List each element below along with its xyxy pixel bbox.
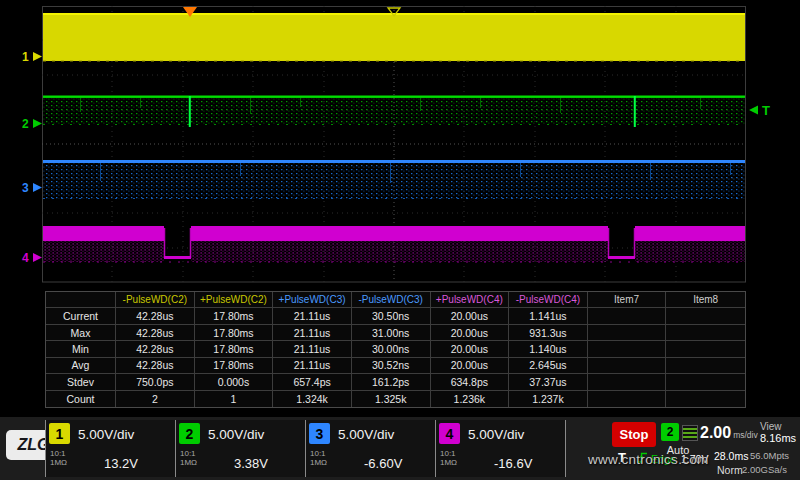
measure-col-header[interactable]: Item8 [666,292,745,308]
channel2-settings[interactable]: 2 5.00V/div 10:1 1MΩ 3.38V [175,420,305,477]
sample-rate: 2.00GSa/s [742,464,787,475]
measure-corner-cell [46,292,116,308]
measure-value-cell: 30.50ns [352,308,431,324]
channel2-badge[interactable]: 2 [179,423,200,444]
timebase-control[interactable]: 2.00ms/div [700,424,758,442]
measure-value-cell: 1.140us [509,341,588,357]
measure-value-cell: 2.645us [509,358,588,374]
measure-value-cell: 42.28us [116,325,195,341]
acquire-mode: Norm [717,464,743,476]
measure-value-cell: 42.28us [116,308,195,324]
holdoff-value: 28.0ms [714,450,748,462]
status-bar: ZLG® 1 5.00V/div 10:1 1MΩ 13.2V 2 5.00V/… [0,417,800,480]
channel4-scale: 5.00V/div [468,427,524,442]
ch4-position-marker[interactable]: 4 [22,251,42,265]
measure-value-cell [588,391,667,407]
separator [565,420,566,477]
measure-value-cell: 42.28us [116,358,195,374]
measure-row-label: Avg [46,358,116,374]
channel3-offset: -6.60V [364,456,402,471]
channel4-offset: -16.6V [494,456,532,471]
measure-value-cell: 634.8ps [431,374,510,390]
oscilloscope-screen: 1 2 3 4 T -PulseWD(C2) +PulseWD(C2) +Pul… [0,0,800,480]
measure-value-cell [666,308,745,324]
measure-col-header[interactable]: +PulseWD(C2) [195,292,274,308]
measure-value-cell: 17.80ms [195,341,274,357]
measure-value-cell: 20.00us [431,308,510,324]
measure-value-cell: 42.28us [116,341,195,357]
measure-row-label: Min [46,341,116,357]
measure-value-cell: 17.80ms [195,308,274,324]
measure-value-cell: 657.4ps [273,374,352,390]
measurement-table: -PulseWD(C2) +PulseWD(C2) +PulseWD(C3) -… [45,291,746,408]
measure-value-cell [666,325,745,341]
timebase-unit: ms/div [733,430,758,440]
channel1-offset: 13.2V [104,456,138,471]
ch1-position-marker[interactable]: 1 [22,50,42,64]
svg-text:1: 1 [22,50,29,64]
measure-value-cell [666,374,745,390]
measure-value-cell: 1.141us [509,308,588,324]
measure-row-label: Count [46,391,116,407]
measure-value-cell: 750.0ps [116,374,195,390]
channel2-offset: 3.38V [234,456,268,471]
measure-value-cell: 1 [195,391,274,407]
measure-col-header[interactable]: Item7 [588,292,667,308]
ch3-trace [43,160,745,199]
measure-value-cell: 0.000s [195,374,274,390]
measure-row-label: Stdev [46,374,116,390]
measure-value-cell: 21.11us [273,308,352,324]
measure-col-header[interactable]: -PulseWD(C2) [116,292,195,308]
measure-value-cell: 30.00ns [352,341,431,357]
measure-value-cell [666,391,745,407]
ch2-trace [43,96,745,128]
watermark: www.cntronics.com [588,452,709,467]
measure-value-cell [588,341,667,357]
measure-value-cell [666,341,745,357]
measure-value-cell: 931.3us [509,325,588,341]
ch4-trace [43,226,745,262]
channel1-probe: 10:1 1MΩ [50,449,67,467]
timebase-value: 2.00 [700,424,731,441]
measure-value-cell: 30.52ns [352,358,431,374]
channel2-probe: 10:1 1MΩ [180,449,197,467]
measure-value-cell: 1.236k [431,391,510,407]
ch2-position-marker[interactable]: 2 [22,117,42,131]
waveform-display[interactable]: 1 2 3 4 T [0,0,800,288]
channel3-settings[interactable]: 3 5.00V/div 10:1 1MΩ -6.60V [305,420,435,477]
measure-col-header[interactable]: -PulseWD(C4) [509,292,588,308]
channel3-badge[interactable]: 3 [309,423,330,444]
svg-text:3: 3 [22,181,29,195]
measure-value-cell [588,325,667,341]
measure-value-cell [588,374,667,390]
measure-value-cell: 37.37us [509,374,588,390]
measure-value-cell: 17.80ms [195,358,274,374]
measure-value-cell: 20.00us [431,358,510,374]
measure-value-cell [588,308,667,324]
measure-value-cell: 20.00us [431,325,510,341]
channel1-scale: 5.00V/div [78,427,134,442]
channel2-scale: 5.00V/div [208,427,264,442]
channel3-scale: 5.00V/div [338,427,394,442]
memory-depth: 56.0Mpts [750,450,789,461]
measure-col-header[interactable]: +PulseWD(C3) [273,292,352,308]
measure-value-cell: 17.80ms [195,325,274,341]
measure-value-cell: 21.11us [273,358,352,374]
trigger-level-marker[interactable]: T [749,103,770,118]
channel4-badge[interactable]: 4 [439,423,460,444]
run-stop-button[interactable]: Stop [612,422,656,447]
measure-value-cell [666,358,745,374]
measure-value-cell: 2 [116,391,195,407]
measure-col-header[interactable]: -PulseWD(C3) [352,292,431,308]
channel3-probe: 10:1 1MΩ [310,449,327,467]
ch3-position-marker[interactable]: 3 [22,181,42,195]
channel1-settings[interactable]: 1 5.00V/div 10:1 1MΩ 13.2V [45,420,175,477]
channel1-badge[interactable]: 1 [49,423,70,444]
measure-value-cell: 161.2ps [352,374,431,390]
measure-value-cell: 21.11us [273,341,352,357]
measure-value-cell: 1.325k [352,391,431,407]
measure-col-header[interactable]: +PulseWD(C4) [431,292,510,308]
channel4-settings[interactable]: 4 5.00V/div 10:1 1MΩ -16.6V [435,420,565,477]
svg-text:4: 4 [22,251,29,265]
trigger-source-badge[interactable]: 2 [661,423,679,441]
